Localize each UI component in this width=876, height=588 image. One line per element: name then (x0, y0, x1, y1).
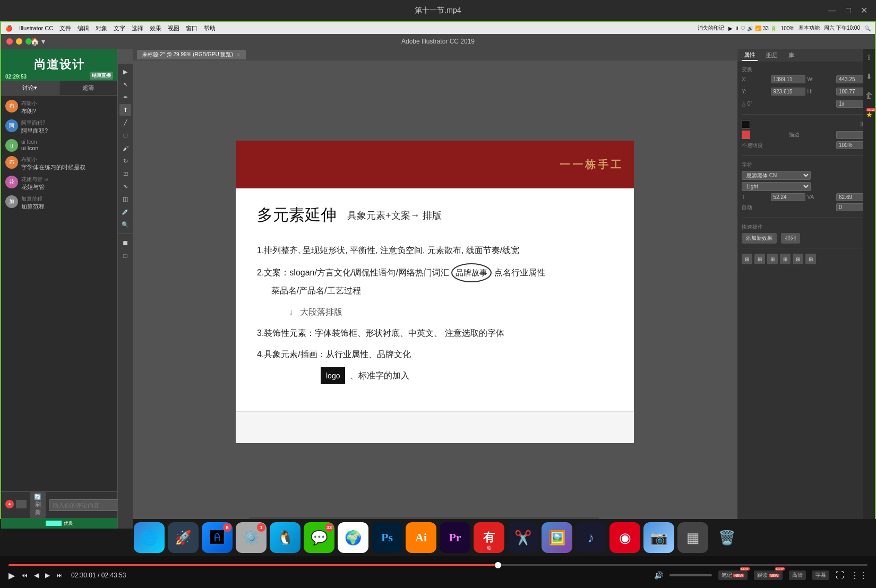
align-right[interactable]: ⊞ (767, 254, 778, 264)
align-left[interactable]: ⊞ (742, 254, 752, 264)
y-input[interactable] (771, 88, 805, 96)
play-btn[interactable]: ▶ (8, 570, 15, 581)
menu-illustrator[interactable]: Illustrator CC (19, 25, 53, 31)
settings-btn[interactable]: ⋮⋮ (851, 570, 868, 581)
tab-layers[interactable]: 图层 (764, 50, 780, 60)
dock-finder[interactable]: 🌐 (134, 522, 165, 553)
search-icon[interactable]: 🔍 (864, 25, 871, 31)
tool-scale[interactable]: ⊡ (119, 168, 131, 179)
tab-properties[interactable]: 属性 (742, 50, 758, 61)
minimize-btn[interactable]: — (828, 6, 836, 15)
progress-bar[interactable] (8, 564, 868, 566)
color-stroke[interactable]: □ (119, 250, 131, 262)
prev-frame-btn[interactable]: ⏮ (21, 572, 28, 579)
dock-wechat[interactable]: 💬 33 (304, 522, 334, 553)
menu-effect[interactable]: 效果 (150, 24, 161, 32)
apple-menu[interactable]: 🍎 (5, 25, 13, 32)
rewind-btn[interactable]: ◀ (34, 572, 39, 579)
font-family-select[interactable]: 思源黑体 CN (742, 171, 811, 180)
dock-finalcut[interactable]: ✂️ (508, 522, 538, 553)
dock-pr[interactable]: Pr (440, 522, 470, 553)
hd-btn[interactable]: 高清 (789, 570, 806, 580)
next-frame-btn[interactable]: ⏭ (56, 572, 63, 579)
font-style-select[interactable]: Light (742, 182, 811, 191)
dock-ps[interactable]: Ps (372, 522, 402, 553)
forward-btn[interactable]: ▶ (45, 572, 50, 579)
window-controls: — □ ✕ (828, 0, 868, 21)
volume-slider[interactable] (669, 574, 712, 576)
menu-window[interactable]: 窗口 (186, 24, 197, 32)
share-icon[interactable]: ⇪ (866, 53, 872, 62)
progress-dot (495, 562, 501, 568)
minimize-traffic-light[interactable] (16, 38, 22, 45)
opacity-row: 不透明度 (742, 141, 871, 149)
dock-chrome[interactable]: 🌍 (338, 522, 368, 553)
ai-window-title: Adobe Illustrator CC 2019 (401, 38, 475, 45)
dock-youdao[interactable]: 有 道 (474, 522, 504, 553)
menu-object[interactable]: 对象 (96, 24, 107, 32)
ai-home-btn[interactable]: 🏠 ▾ (30, 37, 45, 46)
star-icon[interactable]: ★NEW (866, 110, 873, 119)
tool-pen[interactable]: ✒ (119, 91, 131, 103)
maximize-btn[interactable]: □ (846, 6, 851, 15)
font-size-input[interactable] (771, 193, 805, 201)
tab-library[interactable]: 库 (786, 50, 796, 60)
dock-trash[interactable]: 🗑️ (711, 522, 742, 553)
dock-photo[interactable]: 📷 (643, 522, 674, 553)
add-quick-btn[interactable]: 添加新效果 (742, 233, 777, 244)
menu-type[interactable]: 文字 (114, 24, 125, 32)
doc-tab-close[interactable]: ✕ (236, 52, 241, 58)
tool-warp[interactable]: ∿ (119, 180, 131, 192)
dock-settings[interactable]: ⚙️ 1 (236, 522, 267, 553)
dock-netease[interactable]: ◉ (609, 522, 640, 553)
follow-read-btn[interactable]: 跟读NEW (754, 570, 783, 580)
fill-color-swatch[interactable] (742, 120, 750, 128)
tool-type[interactable]: T (119, 104, 131, 116)
menu-file[interactable]: 文件 (59, 24, 71, 32)
align-btn[interactable]: 排列 (781, 233, 800, 244)
tool-rotate[interactable]: ↻ (119, 155, 131, 167)
tool-rect[interactable]: □ (119, 129, 131, 141)
menubar-center-title: 消失的印记 (698, 24, 724, 32)
menu-help[interactable]: 帮助 (204, 24, 216, 32)
dock-qq[interactable]: 🐧 (270, 522, 300, 553)
tab-discussion[interactable]: 讨论 ▾ (1, 81, 59, 95)
dock-music[interactable]: ♪ (576, 522, 606, 553)
tool-gradient[interactable]: ◫ (119, 193, 131, 205)
align-center[interactable]: ⊞ (754, 254, 765, 264)
dock-launchpad[interactable]: 🚀 (168, 522, 199, 553)
close-traffic-light[interactable] (6, 38, 13, 45)
tool-eyedropper[interactable]: 💉 (119, 206, 131, 218)
tool-brush[interactable]: 🖌 (119, 142, 131, 154)
tool-zoom[interactable]: 🔍 (119, 219, 131, 230)
align-middle[interactable]: ⊞ (793, 254, 803, 264)
delete-icon[interactable]: 🗑 (865, 91, 873, 100)
align-top[interactable]: ⊞ (780, 254, 791, 264)
dock-preview[interactable]: 🖼️ (542, 522, 572, 553)
quick-actions-label: 快速操作 (742, 223, 763, 231)
menu-edit[interactable]: 编辑 (78, 24, 89, 32)
dock-ai[interactable]: Ai (406, 522, 436, 553)
tool-line[interactable]: ╱ (119, 117, 131, 128)
dock-appstore[interactable]: 🅰 8 (202, 522, 233, 553)
menu-select[interactable]: 选择 (132, 24, 143, 32)
stroke-color-swatch[interactable] (742, 131, 750, 139)
tool-direct-select[interactable]: ↖ (119, 79, 131, 90)
volume-icon[interactable]: 🔊 (654, 571, 663, 580)
refresh-btn[interactable]: 🔄 刷新 (30, 492, 46, 518)
tab-hd[interactable]: 超清 (59, 81, 118, 95)
menu-view[interactable]: 视图 (168, 24, 179, 32)
download-icon[interactable]: ⬇ (866, 72, 872, 81)
close-btn[interactable]: ✕ (861, 6, 868, 15)
subtitle-btn[interactable]: 字幕 (812, 570, 829, 580)
x-input[interactable] (771, 75, 805, 83)
dock-grid[interactable]: ▦ (677, 522, 708, 553)
fullscreen-btn[interactable]: ⛶ (836, 570, 844, 580)
doc-tab-active[interactable]: 未标题-2* @ 29.99% (RGB/GPU 预览) ✕ (137, 50, 246, 59)
workspace-selector[interactable]: 基本功能 (798, 24, 820, 32)
live-btn[interactable]: 结束直播 (90, 72, 113, 80)
tool-select[interactable]: ▶ (119, 66, 131, 77)
align-bottom[interactable]: ⊞ (805, 254, 816, 264)
notes-btn[interactable]: 笔记NEW (718, 570, 747, 580)
color-fill[interactable]: ■ (119, 237, 131, 249)
